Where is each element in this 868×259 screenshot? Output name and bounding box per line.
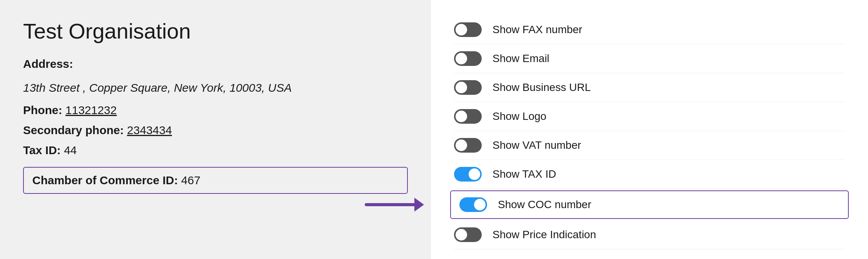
arrow-annotation [362, 193, 439, 216]
tax-id-value: 44 [64, 144, 77, 156]
phone-value: 11321232 [65, 104, 117, 116]
toggle-knob [456, 229, 467, 240]
tax-id-line: Tax ID: 44 [23, 144, 408, 157]
toggle-switch[interactable] [454, 227, 482, 242]
phone-label: Phone: [23, 104, 62, 116]
toggle-row: Show Business URL [454, 73, 845, 102]
toggle-label: Show COC number [498, 198, 591, 211]
toggle-label: Show VAT number [492, 139, 581, 151]
org-title: Test Organisation [23, 18, 408, 44]
chamber-box: Chamber of Commerce ID: 467 [23, 167, 408, 194]
toggle-label: Show Email [492, 52, 549, 65]
toggle-label: Show Business URL [492, 81, 591, 94]
svg-marker-1 [414, 198, 424, 212]
toggle-switch[interactable] [454, 109, 482, 124]
toggle-row: Show COC number [450, 190, 849, 219]
toggle-row: Show TAX ID [454, 160, 845, 189]
toggle-switch[interactable] [454, 138, 482, 153]
chamber-value: 467 [181, 174, 200, 187]
chamber-label: Chamber of Commerce ID: [32, 174, 178, 187]
toggle-label: Show TAX ID [492, 168, 556, 180]
toggle-knob [456, 24, 467, 35]
toggle-switch[interactable] [459, 197, 487, 212]
secondary-phone-label: Secondary phone: [23, 124, 124, 136]
toggle-switch[interactable] [454, 167, 482, 182]
toggle-row: Show Email [454, 44, 845, 73]
right-panel: Show FAX numberShow EmailShow Business U… [431, 0, 868, 259]
toggle-knob [469, 168, 480, 180]
toggle-switch[interactable] [454, 51, 482, 66]
address-label: Address: [23, 57, 408, 71]
chamber-line: Chamber of Commerce ID: 467 [32, 174, 399, 187]
toggle-knob [456, 111, 467, 122]
toggle-row: Show Logo [454, 102, 845, 131]
arrow-icon [362, 193, 439, 216]
toggle-label: Show Logo [492, 110, 546, 123]
tax-id-label: Tax ID: [23, 144, 61, 156]
toggle-switch[interactable] [454, 22, 482, 37]
toggle-row: Show FAX number [454, 15, 845, 44]
toggle-row: Show VAT number [454, 131, 845, 160]
toggle-row: Show Price Indication [454, 220, 845, 249]
toggle-knob [456, 82, 467, 93]
toggle-label: Show Price Indication [492, 229, 596, 241]
address-line: 13th Street , Copper Square, New York, 1… [23, 81, 408, 94]
secondary-phone-line: Secondary phone: 2343434 [23, 124, 408, 137]
toggle-knob [474, 199, 486, 210]
secondary-phone-value: 2343434 [127, 124, 172, 136]
toggle-switch[interactable] [454, 80, 482, 95]
toggle-knob [456, 140, 467, 151]
left-panel: Test Organisation Address: 13th Street ,… [0, 0, 431, 259]
phone-line: Phone: 11321232 [23, 104, 408, 117]
toggle-knob [456, 53, 467, 64]
toggle-label: Show FAX number [492, 24, 582, 36]
